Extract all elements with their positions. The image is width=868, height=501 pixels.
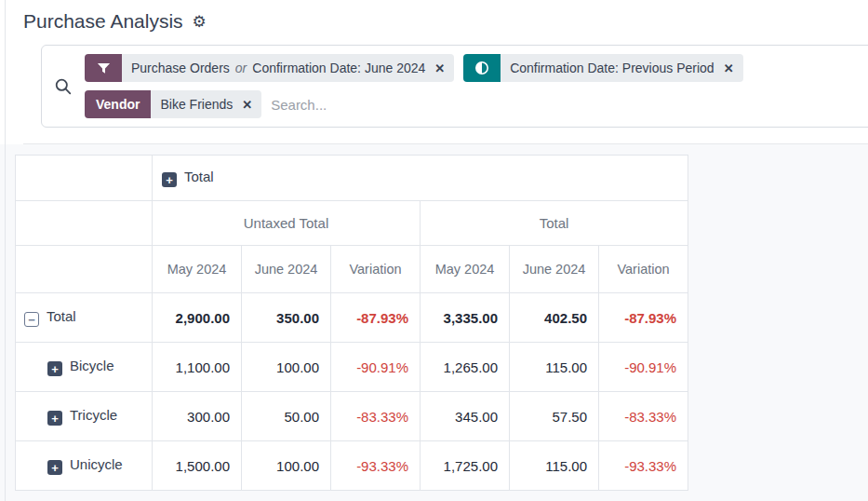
pivot-row-unicycle: +Unicycle1,500.00100.00-93.33%1,725.0011…	[16, 441, 688, 491]
variation-cell: -87.93%	[599, 293, 688, 343]
facet-groupby-remove-icon[interactable]: ✕	[238, 98, 252, 112]
value-cell: 1,500.00	[153, 441, 242, 491]
value-cell: 1,265.00	[421, 343, 510, 392]
pivot-corner	[16, 201, 153, 246]
value-cell: 300.00	[153, 392, 242, 441]
row-label: Unicycle	[70, 456, 123, 472]
subcol-header-variation[interactable]: Variation	[599, 246, 688, 293]
facet-groupby-label: Bike Friends ✕	[151, 90, 261, 118]
collapse-row-icon[interactable]: −	[24, 312, 39, 327]
pivot-view: +Total Untaxed Total Total May 2024June …	[0, 144, 868, 501]
row-header-total[interactable]: −Total	[16, 293, 153, 343]
variation-cell: -93.33%	[599, 441, 688, 491]
value-cell: 57.50	[510, 392, 599, 441]
pivot-row-tricycle: +Tricycle300.0050.00-83.33%345.0057.50-8…	[16, 392, 688, 441]
variation-cell: -90.91%	[599, 343, 688, 392]
facet-filter-label: Purchase Orders or Confirmation Date: Ju…	[122, 54, 454, 82]
page-title-label: Purchase Analysis	[23, 10, 183, 33]
value-cell: 115.00	[510, 343, 599, 392]
subcol-header-variation[interactable]: Variation	[331, 246, 421, 293]
search-icon	[42, 54, 85, 118]
row-header-tricycle[interactable]: +Tricycle	[16, 392, 153, 441]
facet-filter-remove-icon[interactable]: ✕	[431, 61, 445, 75]
measure-total[interactable]: Total	[421, 201, 688, 246]
facet-groupby-value: Bike Friends	[160, 97, 233, 112]
window-left-border	[5, 0, 6, 501]
value-cell: 100.00	[242, 441, 331, 491]
pivot-row-total: −Total2,900.00350.00-87.93%3,335.00402.5…	[16, 293, 688, 343]
search-bar[interactable]: Purchase Orders or Confirmation Date: Ju…	[41, 45, 868, 128]
value-cell: 115.00	[510, 441, 599, 491]
pivot-table: +Total Untaxed Total Total May 2024June …	[15, 155, 688, 491]
expand-row-icon[interactable]: +	[47, 460, 62, 475]
variation-cell: -93.33%	[331, 441, 421, 491]
variation-cell: -83.33%	[599, 392, 688, 441]
facet-groupby-name: Vendor	[85, 90, 151, 118]
search-input[interactable]	[271, 97, 868, 113]
expand-column-icon[interactable]: +	[162, 172, 177, 187]
facet-comparison: Confirmation Date: Previous Period ✕	[463, 54, 742, 82]
col-root-label: Total	[184, 169, 214, 184]
facet-comparison-remove-icon[interactable]: ✕	[720, 61, 734, 75]
row-label: Tricycle	[70, 407, 117, 423]
row-label: Bicycle	[70, 358, 114, 373]
variation-cell: -83.33%	[331, 392, 421, 441]
measures-row: Untaxed Total Total	[16, 201, 688, 246]
row-label: Total	[47, 308, 76, 324]
pivot-corner	[16, 156, 153, 201]
expand-row-icon[interactable]: +	[47, 411, 62, 426]
col-header-total[interactable]: +Total	[153, 156, 688, 201]
facet-area: Purchase Orders or Confirmation Date: Ju…	[85, 54, 868, 118]
value-cell: 345.00	[421, 392, 510, 441]
subheader-row: May 2024June 2024VariationMay 2024June 2…	[16, 246, 688, 293]
subcol-header-may-2024[interactable]: May 2024	[153, 246, 242, 293]
row-header-bicycle[interactable]: +Bicycle	[16, 343, 153, 392]
value-cell: 3,335.00	[421, 293, 510, 343]
expand-row-icon[interactable]: +	[47, 361, 62, 376]
facet-groupby-vendor: Vendor Bike Friends ✕	[85, 90, 261, 118]
filter-funnel-icon	[85, 54, 122, 82]
facet-filter-part1: Purchase Orders	[131, 61, 230, 75]
comparison-half-circle-icon	[463, 54, 501, 82]
facet-comparison-text: Confirmation Date: Previous Period	[510, 61, 714, 75]
facet-filter: Purchase Orders or Confirmation Date: Ju…	[85, 54, 454, 82]
gear-icon[interactable]: ⚙	[193, 14, 207, 30]
facet-comparison-label: Confirmation Date: Previous Period ✕	[501, 54, 742, 82]
subcol-header-may-2024[interactable]: May 2024	[421, 246, 510, 293]
measure-untaxed-total[interactable]: Untaxed Total	[153, 201, 421, 246]
variation-cell: -90.91%	[331, 343, 421, 392]
row-header-unicycle[interactable]: +Unicycle	[16, 441, 153, 491]
value-cell: 402.50	[510, 293, 599, 343]
value-cell: 1,725.00	[421, 441, 510, 491]
col-root-row: +Total	[16, 156, 688, 201]
pivot-row-bicycle: +Bicycle1,100.00100.00-90.91%1,265.00115…	[16, 343, 688, 392]
control-panel: Purchase Analysis ⚙ Purchase Orders or C…	[0, 0, 868, 144]
page-title: Purchase Analysis ⚙	[23, 10, 207, 33]
value-cell: 2,900.00	[153, 293, 242, 343]
value-cell: 350.00	[242, 293, 331, 343]
subcol-header-june-2024[interactable]: June 2024	[242, 246, 331, 293]
pivot-corner	[16, 246, 153, 293]
subcol-header-june-2024[interactable]: June 2024	[510, 246, 599, 293]
value-cell: 1,100.00	[153, 343, 242, 392]
value-cell: 50.00	[242, 392, 331, 441]
variation-cell: -87.93%	[331, 293, 421, 343]
value-cell: 100.00	[242, 343, 331, 392]
facet-filter-or: or	[235, 61, 247, 75]
facet-filter-part2: Confirmation Date: June 2024	[252, 61, 425, 75]
